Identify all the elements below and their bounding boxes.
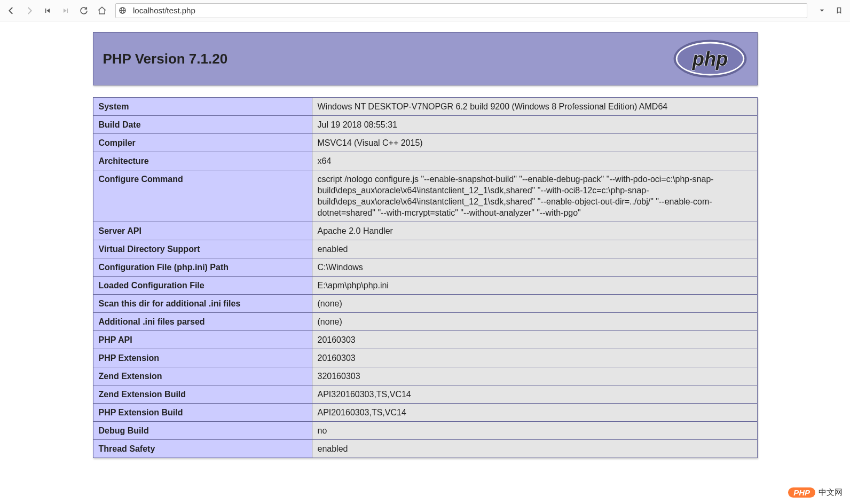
info-value: cscript /nologo configure.js "--enable-s…	[312, 170, 757, 222]
skip-forward-button[interactable]	[58, 3, 74, 19]
table-row: SystemWindows NT DESKTOP-V7NOPGR 6.2 bui…	[93, 98, 757, 116]
table-row: Debug Buildno	[93, 422, 757, 440]
info-key: Configure Command	[93, 170, 312, 222]
info-key: Server API	[93, 222, 312, 240]
table-row: Architecturex64	[93, 152, 757, 170]
table-row: Configure Commandcscript /nologo configu…	[93, 170, 757, 222]
phpinfo-table: SystemWindows NT DESKTOP-V7NOPGR 6.2 bui…	[93, 97, 758, 458]
table-row: Configuration File (php.ini) PathC:\Wind…	[93, 258, 757, 277]
info-key: PHP Extension	[93, 349, 312, 367]
info-value: API320160303,TS,VC14	[312, 385, 757, 404]
svg-text:php: php	[691, 48, 728, 70]
home-button[interactable]	[94, 3, 110, 19]
info-value: enabled	[312, 240, 757, 258]
table-row: Thread Safetyenabled	[93, 440, 757, 458]
table-row: Additional .ini files parsed(none)	[93, 313, 757, 331]
info-key: Zend Extension	[93, 367, 312, 385]
info-key: Architecture	[93, 152, 312, 170]
table-row: Loaded Configuration FileE:\apm\php\php.…	[93, 277, 757, 295]
browser-toolbar	[0, 0, 850, 21]
info-value: Windows NT DESKTOP-V7NOPGR 6.2 build 920…	[312, 98, 757, 116]
info-value: E:\apm\php\php.ini	[312, 277, 757, 295]
reload-button[interactable]	[76, 3, 92, 19]
info-value: (none)	[312, 295, 757, 313]
info-key: System	[93, 98, 312, 116]
watermark-text: 中文网	[818, 487, 843, 498]
svg-marker-1	[46, 8, 50, 12]
page-viewport[interactable]: PHP Version 7.1.20 php SystemWindows NT …	[0, 21, 850, 504]
phpinfo-header: PHP Version 7.1.20 php	[93, 32, 758, 85]
info-key: Loaded Configuration File	[93, 277, 312, 295]
info-value: 20160303	[312, 331, 757, 349]
bookmark-icon[interactable]	[831, 3, 847, 19]
table-row: Scan this dir for additional .ini files(…	[93, 295, 757, 313]
url-input[interactable]	[130, 6, 807, 15]
svg-marker-7	[820, 10, 824, 12]
back-button[interactable]	[3, 3, 19, 19]
svg-rect-0	[45, 8, 46, 12]
info-key: Virtual Directory Support	[93, 240, 312, 258]
phpinfo-page: PHP Version 7.1.20 php SystemWindows NT …	[93, 21, 758, 479]
info-value: C:\Windows	[312, 258, 757, 277]
php-version-title: PHP Version 7.1.20	[103, 51, 228, 67]
info-value: 20160303	[312, 349, 757, 367]
table-row: Virtual Directory Supportenabled	[93, 240, 757, 258]
watermark-pill: PHP	[788, 487, 815, 498]
table-row: Server APIApache 2.0 Handler	[93, 222, 757, 240]
info-key: Build Date	[93, 116, 312, 134]
info-key: Debug Build	[93, 422, 312, 440]
table-row: Zend Extension BuildAPI320160303,TS,VC14	[93, 385, 757, 404]
info-key: Thread Safety	[93, 440, 312, 458]
forward-button[interactable]	[21, 3, 37, 19]
info-key: Zend Extension Build	[93, 385, 312, 404]
info-value: 320160303	[312, 367, 757, 385]
info-value: MSVC14 (Visual C++ 2015)	[312, 134, 757, 152]
info-value: x64	[312, 152, 757, 170]
info-value: Jul 19 2018 08:55:31	[312, 116, 757, 134]
dropdown-icon[interactable]	[814, 3, 830, 19]
table-row: Build DateJul 19 2018 08:55:31	[93, 116, 757, 134]
php-logo: php	[673, 39, 747, 78]
info-value: no	[312, 422, 757, 440]
info-key: PHP Extension Build	[93, 404, 312, 422]
info-key: PHP API	[93, 331, 312, 349]
address-bar[interactable]	[115, 3, 807, 18]
site-info-icon[interactable]	[116, 6, 130, 14]
info-value: API20160303,TS,VC14	[312, 404, 757, 422]
table-row: PHP Extension20160303	[93, 349, 757, 367]
info-key: Compiler	[93, 134, 312, 152]
table-row: Zend Extension320160303	[93, 367, 757, 385]
info-value: Apache 2.0 Handler	[312, 222, 757, 240]
skip-back-button[interactable]	[40, 3, 56, 19]
info-value: enabled	[312, 440, 757, 458]
table-row: CompilerMSVC14 (Visual C++ 2015)	[93, 134, 757, 152]
svg-marker-2	[64, 8, 67, 12]
svg-rect-3	[67, 8, 68, 12]
info-value: (none)	[312, 313, 757, 331]
watermark: PHP 中文网	[788, 487, 843, 498]
info-key: Additional .ini files parsed	[93, 313, 312, 331]
info-key: Scan this dir for additional .ini files	[93, 295, 312, 313]
info-key: Configuration File (php.ini) Path	[93, 258, 312, 277]
table-row: PHP API20160303	[93, 331, 757, 349]
table-row: PHP Extension BuildAPI20160303,TS,VC14	[93, 404, 757, 422]
